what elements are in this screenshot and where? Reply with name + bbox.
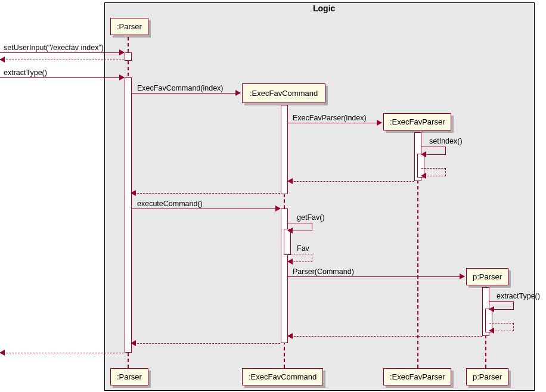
participant-pparser-bottom: p:Parser xyxy=(466,368,508,385)
msg-parsercommand: Parser(Command) xyxy=(288,276,464,277)
return-execfavparser xyxy=(288,181,414,182)
participant-execfavparser-bottom: :ExecFavParser xyxy=(383,368,451,385)
return-parser-external xyxy=(0,353,124,353)
msg-execfavparser-create: ExecFavParser(index) xyxy=(288,123,381,123)
msg-execfavcommand-create: ExecFavCommand(index) xyxy=(131,93,240,94)
selfreturn-fav xyxy=(288,254,312,262)
logic-frame-label: Logic xyxy=(313,4,335,13)
activation-parser-2 xyxy=(125,77,132,353)
selfcall-setindex xyxy=(421,147,446,155)
return-execfavcommand1 xyxy=(131,193,280,194)
selfcall-getfav xyxy=(288,223,312,231)
msg-extracttype1: extractType() xyxy=(0,77,124,78)
return-setuserinput xyxy=(0,60,124,60)
selfreturn-setindex xyxy=(421,168,446,176)
msg-executecommand: executeCommand() xyxy=(131,209,280,209)
participant-parser-bottom: :Parser xyxy=(110,368,148,385)
selfcall-extracttype2 xyxy=(489,301,514,310)
msg-setuserinput: setUserInput("/execfav index") xyxy=(0,52,124,53)
return-pparser xyxy=(288,336,482,337)
participant-execfavparser-top: :ExecFavParser xyxy=(383,113,451,130)
selfreturn-extracttype2 xyxy=(489,323,514,331)
participant-pparser-top: p:Parser xyxy=(466,268,508,285)
sequence-diagram: Logic :Parser :ExecFavCommand :ExecFavPa… xyxy=(0,0,546,392)
participant-parser-top: :Parser xyxy=(110,18,148,35)
activation-parser-1 xyxy=(125,52,132,61)
return-execfavcommand2 xyxy=(131,343,280,344)
participant-execfavcommand-bottom: :ExecFavCommand xyxy=(242,368,323,385)
participant-execfavcommand-top: :ExecFavCommand xyxy=(242,83,325,103)
